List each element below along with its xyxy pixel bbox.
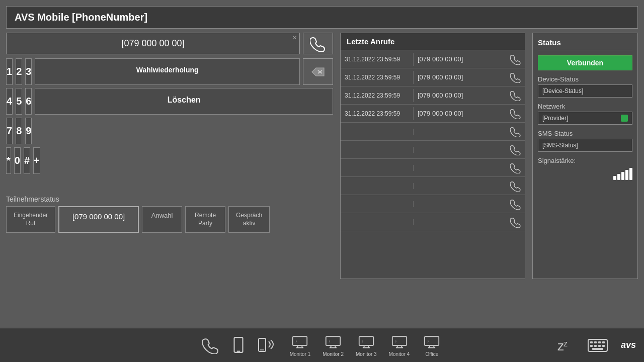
call-phone-button-0[interactable] bbox=[507, 54, 525, 65]
anwahl-box: Anwahl bbox=[142, 206, 182, 233]
svg-marker-0 bbox=[312, 68, 324, 76]
monitor1-label: Monitor 1 bbox=[290, 351, 311, 357]
backspace-button[interactable] bbox=[303, 58, 333, 85]
call-row bbox=[341, 213, 525, 231]
call-row bbox=[341, 177, 525, 195]
key-6[interactable]: 6 bbox=[25, 88, 32, 115]
svg-rect-27 bbox=[425, 336, 439, 345]
device-status-section: Device-Status [Device-Status] bbox=[538, 75, 632, 98]
call-phone-button-8[interactable] bbox=[507, 199, 525, 210]
call-phone-button-4[interactable] bbox=[507, 126, 525, 137]
call-time-9 bbox=[341, 219, 414, 225]
recent-calls-panel: Letzte Anrufe 31.12.2022 23:59:59 [079 0… bbox=[340, 33, 525, 279]
call-row bbox=[341, 195, 525, 213]
svg-rect-5 bbox=[259, 338, 266, 351]
svg-text:♪: ♪ bbox=[427, 339, 429, 343]
status-panel: Status Verbunden Device-Status [Device-S… bbox=[532, 33, 638, 279]
dialpad-row4: * 0 # + bbox=[6, 147, 333, 174]
provider-text: [Provider] bbox=[542, 115, 568, 122]
call-phone-button-7[interactable] bbox=[507, 180, 525, 192]
signal-bar-2 bbox=[617, 174, 620, 180]
call-row: 31.12.2022 23:59:59 [079 000 00 00] bbox=[341, 105, 525, 123]
call-row: 31.12.2022 23:59:59 [079 000 00 00] bbox=[341, 68, 525, 86]
call-phone-icon-5 bbox=[510, 144, 521, 155]
taskbar-sleep-button[interactable]: z z bbox=[550, 332, 579, 358]
taskbar-phone-button[interactable] bbox=[197, 333, 224, 358]
main-content: [079 000 00 00] ✕ 1 2 3 Wahlwiederholung bbox=[0, 33, 644, 279]
svg-rect-22 bbox=[392, 336, 406, 345]
svg-text:z: z bbox=[564, 339, 568, 348]
eingehender-ruf-box: EingehenderRuf bbox=[6, 206, 55, 233]
netzwerk-section: Netzwerk [Provider] bbox=[538, 103, 632, 125]
call-time-2: 31.12.2022 23:59:59 bbox=[341, 89, 414, 102]
key-8[interactable]: 8 bbox=[16, 118, 22, 144]
key-4[interactable]: 4 bbox=[6, 88, 13, 115]
key-5[interactable]: 5 bbox=[16, 88, 22, 115]
key-1[interactable]: 1 bbox=[6, 58, 13, 85]
svg-rect-43 bbox=[592, 348, 603, 350]
avs-logo: avs bbox=[621, 340, 636, 350]
signalstaerke-label: Signalstärke: bbox=[538, 157, 632, 164]
device-status-value: [Device-Status] bbox=[538, 84, 632, 98]
phone-number-status-box: [079 000 00 00] bbox=[58, 206, 139, 233]
taskbar-monitor4-button[interactable]: ♪ Monitor 4 bbox=[384, 331, 415, 360]
taskbar-phone-icon bbox=[202, 337, 219, 354]
call-phone-button-6[interactable] bbox=[507, 162, 525, 173]
signal-bar-4 bbox=[625, 170, 628, 180]
call-phone-icon-0 bbox=[510, 54, 521, 65]
call-phone-button-2[interactable] bbox=[507, 90, 525, 101]
call-row bbox=[341, 159, 525, 177]
svg-text:♪: ♪ bbox=[329, 339, 331, 343]
call-time-8 bbox=[341, 201, 414, 207]
call-number-9 bbox=[414, 219, 507, 225]
signal-bar-1 bbox=[613, 176, 616, 180]
taskbar-mobile-button[interactable] bbox=[226, 333, 251, 358]
title-bar: AVS Mobile [PhoneNumber] bbox=[6, 6, 638, 29]
key-9[interactable]: 9 bbox=[25, 118, 32, 144]
call-phone-icon-2 bbox=[510, 90, 521, 101]
taskbar-keyboard-button[interactable] bbox=[583, 334, 613, 357]
signalstaerke-section: Signalstärke: bbox=[538, 157, 632, 180]
call-number-2: [079 000 00 00] bbox=[414, 88, 507, 102]
letzte-anrufe-header: Letzte Anrufe bbox=[341, 33, 525, 50]
call-row bbox=[341, 123, 525, 141]
gespraech-aktiv-box: Gesprächaktiv bbox=[228, 206, 270, 233]
key-0[interactable]: 0 bbox=[14, 147, 21, 174]
taskbar-monitor1-button[interactable]: ♪ Monitor 1 bbox=[285, 331, 316, 360]
key-star[interactable]: * bbox=[6, 147, 11, 174]
svg-text:♪: ♪ bbox=[362, 339, 364, 343]
call-button[interactable] bbox=[303, 33, 333, 54]
svg-rect-42 bbox=[602, 345, 605, 347]
taskbar-mobile-waves-icon bbox=[258, 337, 278, 354]
call-phone-button-1[interactable] bbox=[507, 72, 525, 83]
key-2[interactable]: 2 bbox=[16, 58, 22, 85]
key-3[interactable]: 3 bbox=[25, 58, 32, 85]
call-phone-button-9[interactable] bbox=[507, 217, 525, 228]
key-plus[interactable]: + bbox=[33, 147, 40, 174]
sleep-icon: z z bbox=[555, 336, 574, 354]
call-phone-button-3[interactable] bbox=[507, 108, 525, 119]
key-hash[interactable]: # bbox=[24, 147, 30, 174]
call-time-0: 31.12.2022 23:59:59 bbox=[341, 53, 414, 66]
svg-rect-3 bbox=[234, 337, 243, 352]
call-phone-button-5[interactable] bbox=[507, 144, 525, 155]
call-time-3: 31.12.2022 23:59:59 bbox=[341, 107, 414, 120]
call-phone-icon-6 bbox=[510, 162, 521, 173]
redial-button[interactable]: Wahlwiederholung bbox=[35, 58, 300, 85]
netzwerk-value: [Provider] bbox=[538, 112, 632, 125]
svg-rect-39 bbox=[590, 345, 593, 347]
loeschen-button[interactable]: Löschen bbox=[35, 88, 333, 115]
key-7[interactable]: 7 bbox=[6, 118, 13, 144]
call-phone-icon-7 bbox=[510, 180, 521, 192]
clear-number-icon[interactable]: ✕ bbox=[292, 35, 297, 41]
phone-number-display[interactable]: [079 000 00 00] bbox=[6, 33, 300, 54]
dialpad-row1: 1 2 3 Wahlwiederholung bbox=[6, 58, 333, 85]
svg-text:♪: ♪ bbox=[395, 339, 397, 343]
call-row bbox=[341, 141, 525, 159]
taskbar-monitor2-button[interactable]: ♪ Monitor 2 bbox=[317, 331, 349, 360]
taskbar-office-button[interactable]: ♪ Office bbox=[417, 331, 447, 360]
signal-bar-5 bbox=[629, 168, 632, 180]
taskbar-monitor3-button[interactable]: ♪ Monitor 3 bbox=[351, 331, 382, 360]
svg-rect-35 bbox=[590, 341, 593, 343]
taskbar-mobile-waves-button[interactable] bbox=[253, 333, 283, 358]
